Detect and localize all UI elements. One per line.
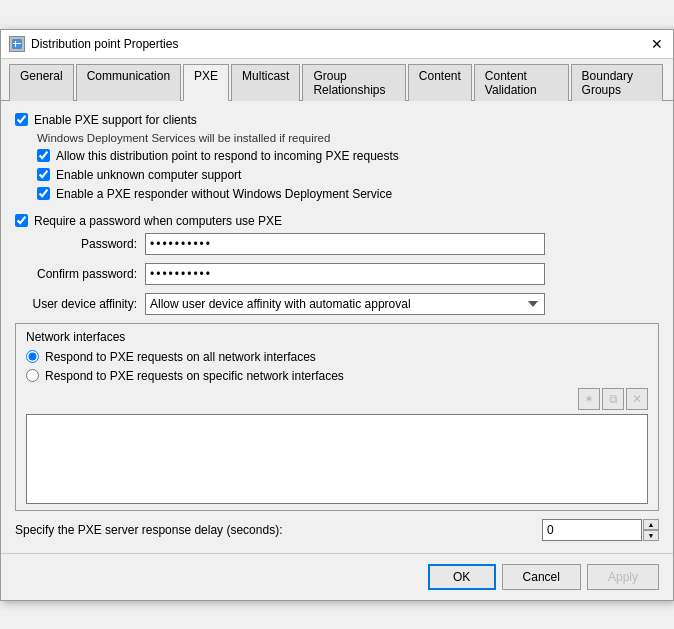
cancel-button[interactable]: Cancel [502, 564, 581, 590]
enable-responder-checkbox[interactable] [37, 187, 50, 200]
password-label: Password: [15, 237, 145, 251]
affinity-select[interactable]: Allow user device affinity with automati… [145, 293, 545, 315]
delay-row: Specify the PXE server response delay (s… [15, 519, 659, 541]
enable-unknown-row: Enable unknown computer support [37, 168, 659, 182]
tab-multicast[interactable]: Multicast [231, 64, 300, 101]
allow-respond-row: Allow this distribution point to respond… [37, 149, 659, 163]
title-bar: Distribution point Properties ✕ [1, 30, 673, 59]
enable-pxe-checkbox[interactable] [15, 113, 28, 126]
enable-responder-label: Enable a PXE responder without Windows D… [56, 187, 392, 201]
confirm-password-label: Confirm password: [15, 267, 145, 281]
window-title: Distribution point Properties [31, 37, 178, 51]
tab-group-relationships[interactable]: Group Relationships [302, 64, 405, 101]
wds-info-text: Windows Deployment Services will be inst… [37, 132, 659, 144]
tab-bar: General Communication PXE Multicast Grou… [1, 59, 673, 101]
tab-boundary-groups[interactable]: Boundary Groups [571, 64, 663, 101]
enable-unknown-label: Enable unknown computer support [56, 168, 241, 182]
affinity-label: User device affinity: [15, 297, 145, 311]
delay-label: Specify the PXE server response delay (s… [15, 523, 542, 537]
require-password-checkbox[interactable] [15, 214, 28, 227]
enable-pxe-label: Enable PXE support for clients [34, 113, 197, 127]
tab-content[interactable]: Content [408, 64, 472, 101]
tab-content-validation[interactable]: Content Validation [474, 64, 569, 101]
copy-button[interactable]: ⧉ [602, 388, 624, 410]
star-button[interactable]: ✶ [578, 388, 600, 410]
window-icon [9, 36, 25, 52]
confirm-password-row: Confirm password: [15, 263, 659, 285]
password-input[interactable] [145, 233, 545, 255]
allow-respond-label: Allow this distribution point to respond… [56, 149, 399, 163]
delay-down-button[interactable]: ▼ [643, 530, 659, 541]
network-interfaces-group: Network interfaces Respond to PXE reques… [15, 323, 659, 511]
require-password-row: Require a password when computers use PX… [15, 214, 659, 228]
delay-input-wrap: ▲ ▼ [542, 519, 659, 541]
respond-all-row: Respond to PXE requests on all network i… [26, 350, 648, 364]
enable-unknown-checkbox[interactable] [37, 168, 50, 181]
tab-content-pxe: Enable PXE support for clients Windows D… [1, 101, 673, 553]
respond-all-radio[interactable] [26, 350, 39, 363]
network-interfaces-title: Network interfaces [26, 330, 648, 344]
password-row: Password: [15, 233, 659, 255]
tab-communication[interactable]: Communication [76, 64, 181, 101]
delay-spinner: ▲ ▼ [643, 519, 659, 541]
close-button[interactable]: ✕ [649, 36, 665, 52]
apply-button[interactable]: Apply [587, 564, 659, 590]
svg-rect-2 [15, 41, 16, 47]
confirm-password-input[interactable] [145, 263, 545, 285]
title-bar-left: Distribution point Properties [9, 36, 178, 52]
main-window: Distribution point Properties ✕ General … [0, 29, 674, 601]
respond-specific-label: Respond to PXE requests on specific netw… [45, 369, 344, 383]
interfaces-list[interactable] [26, 414, 648, 504]
affinity-row: User device affinity: Allow user device … [15, 293, 659, 315]
delay-input[interactable] [542, 519, 642, 541]
ok-button[interactable]: OK [428, 564, 496, 590]
respond-specific-radio[interactable] [26, 369, 39, 382]
delete-button[interactable]: ✕ [626, 388, 648, 410]
tab-pxe[interactable]: PXE [183, 64, 229, 101]
button-row: OK Cancel Apply [1, 553, 673, 600]
respond-all-label: Respond to PXE requests on all network i… [45, 350, 316, 364]
enable-responder-row: Enable a PXE responder without Windows D… [37, 187, 659, 201]
tab-general[interactable]: General [9, 64, 74, 101]
svg-rect-1 [13, 43, 21, 44]
require-password-label: Require a password when computers use PX… [34, 214, 282, 228]
enable-pxe-row: Enable PXE support for clients [15, 113, 659, 127]
respond-specific-row: Respond to PXE requests on specific netw… [26, 369, 648, 383]
allow-respond-checkbox[interactable] [37, 149, 50, 162]
delay-up-button[interactable]: ▲ [643, 519, 659, 530]
list-toolbar: ✶ ⧉ ✕ [26, 388, 648, 410]
